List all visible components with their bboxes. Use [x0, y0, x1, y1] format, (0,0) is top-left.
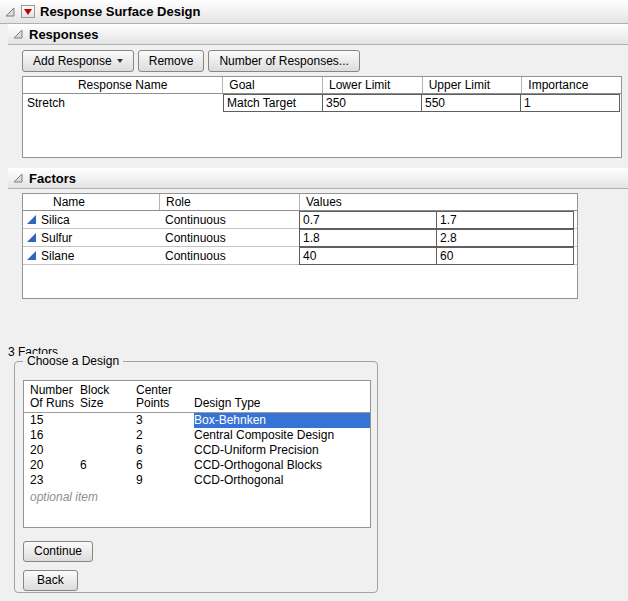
center-points-value: 3: [136, 413, 194, 428]
lower-limit-cell[interactable]: 350: [322, 94, 422, 112]
response-surface-design-window: Response Surface Design Responses Add Re…: [0, 0, 628, 601]
red-triangle-menu-icon[interactable]: [21, 5, 35, 18]
column-header-importance: Importance: [521, 77, 621, 93]
factor-name-cell[interactable]: Silane: [23, 247, 159, 264]
column-header-block-size: Block Size: [80, 384, 136, 410]
table-row: Silane Continuous 40 60: [23, 247, 577, 265]
add-response-button[interactable]: Add Response: [22, 50, 134, 72]
choose-design-groupbox: Choose a Design Number Of Runs Block Siz…: [14, 361, 378, 593]
factors-table: Name Role Values Silica Continuous 0.7 1…: [22, 193, 578, 299]
factor-name-label: Sulfur: [41, 231, 72, 245]
design-option-row[interactable]: 23 9 CCD-Orthogonal: [24, 473, 370, 488]
column-header-number-of-runs: Number Of Runs: [30, 384, 80, 410]
responses-table-header: Response Name Goal Lower Limit Upper Lim…: [23, 77, 621, 94]
factor-name-label: Silane: [41, 249, 74, 263]
continuous-factor-icon: [27, 251, 36, 260]
column-header-goal: Goal: [222, 77, 322, 93]
center-points-value: 6: [136, 443, 194, 458]
block-size-value: [80, 428, 136, 443]
design-option-row[interactable]: 15 3 Box-Behnken: [24, 413, 370, 428]
design-type-value[interactable]: CCD-Orthogonal Blocks: [194, 458, 370, 473]
factor-value-high-cell[interactable]: 2.8: [436, 229, 574, 247]
block-size-value: [80, 413, 136, 428]
design-option-row[interactable]: 16 2 Central Composite Design: [24, 428, 370, 443]
column-header-center-points: Center Points: [136, 384, 194, 410]
design-type-value[interactable]: CCD-Orthogonal: [194, 473, 370, 488]
factor-role-cell[interactable]: Continuous: [159, 247, 299, 264]
factor-name-label: Silica: [41, 213, 70, 227]
column-header-response-name: Response Name: [23, 77, 222, 93]
factor-name-cell[interactable]: Sulfur: [23, 229, 159, 246]
optional-item-row[interactable]: optional item: [24, 488, 370, 505]
center-points-value: 6: [136, 458, 194, 473]
factor-value-low-cell[interactable]: 1.8: [299, 229, 437, 247]
disclosure-triangle-icon[interactable]: [12, 172, 24, 184]
continuous-factor-icon: [27, 233, 36, 242]
column-header-role: Role: [159, 194, 299, 210]
runs-value: 16: [30, 428, 80, 443]
runs-value: 15: [30, 413, 80, 428]
upper-limit-cell[interactable]: 550: [421, 94, 521, 112]
runs-value: 23: [30, 473, 80, 488]
page-title: Response Surface Design: [40, 4, 200, 19]
factor-value-high-cell[interactable]: 60: [436, 247, 574, 265]
responses-section-title: Responses: [29, 27, 98, 42]
responses-table: Response Name Goal Lower Limit Upper Lim…: [22, 76, 622, 158]
disclosure-triangle-icon[interactable]: [4, 6, 16, 18]
runs-value: 20: [30, 458, 80, 473]
block-size-value: 6: [80, 458, 136, 473]
continue-button[interactable]: Continue: [23, 541, 93, 562]
design-type-value[interactable]: Box-Behnken: [194, 413, 370, 428]
factor-value-low-cell[interactable]: 0.7: [299, 211, 437, 229]
table-row: Sulfur Continuous 1.8 2.8: [23, 229, 577, 247]
table-row: Silica Continuous 0.7 1.7: [23, 211, 577, 229]
table-row: Stretch Match Target 350 550 1: [23, 94, 621, 112]
continuous-factor-icon: [27, 215, 36, 224]
title-band: Response Surface Design: [0, 0, 628, 24]
design-option-row[interactable]: 20 6 CCD-Uniform Precision: [24, 443, 370, 458]
back-button[interactable]: Back: [23, 570, 78, 591]
factor-role-cell[interactable]: Continuous: [159, 229, 299, 246]
factors-section-title: Factors: [29, 171, 76, 186]
factors-section-header: Factors: [8, 168, 628, 189]
center-points-value: 9: [136, 473, 194, 488]
factor-value-high-cell[interactable]: 1.7: [436, 211, 574, 229]
add-response-label: Add Response: [33, 54, 112, 68]
goal-cell[interactable]: Match Target: [223, 94, 323, 112]
block-size-value: [80, 473, 136, 488]
design-type-value[interactable]: Central Composite Design: [194, 428, 370, 443]
block-size-value: [80, 443, 136, 458]
remove-button[interactable]: Remove: [138, 50, 205, 72]
disclosure-triangle-icon[interactable]: [12, 28, 24, 40]
design-list: Number Of Runs Block Size Center Points …: [23, 380, 371, 528]
responses-section-header: Responses: [8, 24, 628, 45]
responses-toolbar: Add Response Remove Number of Responses.…: [22, 50, 628, 72]
runs-value: 20: [30, 443, 80, 458]
dropdown-arrow-icon: [117, 59, 123, 63]
factor-name-cell[interactable]: Silica: [23, 211, 159, 228]
design-list-header: Number Of Runs Block Size Center Points …: [24, 381, 370, 413]
factor-value-low-cell[interactable]: 40: [299, 247, 437, 265]
column-header-values: Values: [299, 194, 577, 210]
design-option-row[interactable]: 20 6 6 CCD-Orthogonal Blocks: [24, 458, 370, 473]
column-header-name: Name: [23, 194, 159, 210]
factor-role-cell[interactable]: Continuous: [159, 211, 299, 228]
importance-cell[interactable]: 1: [520, 94, 620, 112]
center-points-value: 2: [136, 428, 194, 443]
choose-design-title: Choose a Design: [23, 354, 123, 368]
column-header-upper-limit: Upper Limit: [422, 77, 522, 93]
column-header-design-type: Design Type: [194, 384, 370, 410]
response-name-cell[interactable]: Stretch: [23, 94, 223, 112]
factors-table-header: Name Role Values: [23, 194, 577, 211]
number-of-responses-button[interactable]: Number of Responses...: [208, 50, 359, 72]
design-type-value[interactable]: CCD-Uniform Precision: [194, 443, 370, 458]
column-header-lower-limit: Lower Limit: [322, 77, 422, 93]
